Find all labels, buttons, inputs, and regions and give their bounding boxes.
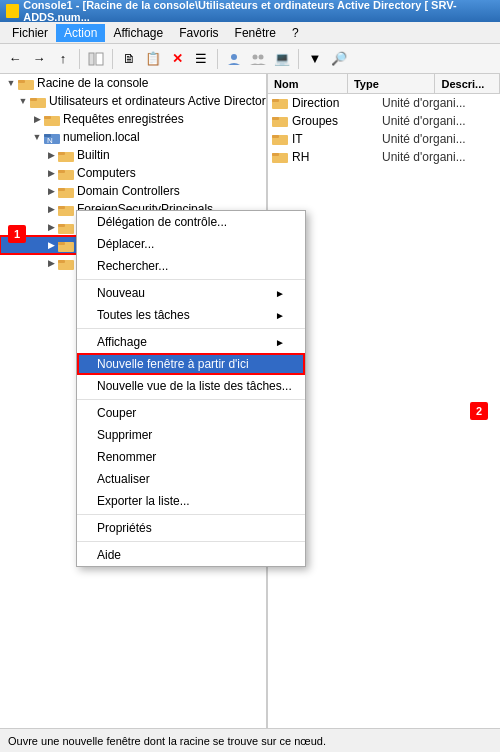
expander-fsp: ▶ (44, 202, 58, 216)
list-item-direction[interactable]: Direction Unité d'organi... (268, 94, 500, 112)
ctx-affichage[interactable]: Affichage ► (77, 331, 305, 353)
list-item-rh[interactable]: RH Unité d'organi... (268, 148, 500, 166)
list-item-groupes[interactable]: Groupes Unité d'organi... (268, 112, 500, 130)
ctx-sep-2 (77, 328, 305, 329)
tree-label-numelion: numelion.local (63, 130, 140, 144)
tree-label-computers: Computers (77, 166, 136, 180)
folder-icon-dc (58, 184, 74, 198)
filter-button[interactable]: ▼ (304, 48, 326, 70)
folder-icon-computers (58, 166, 74, 180)
tree-node-ad[interactable]: ▼ Utilisateurs et ordinateurs Active Dir… (0, 92, 266, 110)
status-text: Ouvre une nouvelle fenêtre dont la racin… (8, 735, 326, 747)
tree-node-dc[interactable]: ▶ Domain Controllers (0, 182, 266, 200)
folder-icon-fsp (58, 202, 74, 216)
ctx-affichage-arrow: ► (275, 337, 285, 348)
folder-icon-numelion: N (44, 130, 60, 144)
tree-node-numelion[interactable]: ▼ N numelion.local (0, 128, 266, 146)
expander-numelion: ▼ (30, 130, 44, 144)
ou-icon-direction (272, 96, 288, 110)
item-name-rh: RH (292, 150, 382, 164)
toolbar-sep-2 (112, 49, 113, 69)
ctx-toutes-label: Toutes les tâches (97, 308, 190, 322)
new-user-button[interactable] (223, 48, 245, 70)
svg-rect-29 (272, 99, 279, 102)
ctx-renommer[interactable]: Renommer (77, 446, 305, 468)
ctx-delegation[interactable]: Délégation de contrôle... (77, 211, 305, 233)
col-descri[interactable]: Descri... (435, 74, 500, 93)
ctx-sep-1 (77, 279, 305, 280)
svg-rect-15 (58, 152, 65, 155)
tree-node-builtin[interactable]: ▶ Builtin (0, 146, 266, 164)
item-name-direction: Direction (292, 96, 382, 110)
ctx-couper[interactable]: Couper (77, 402, 305, 424)
svg-rect-21 (58, 206, 65, 209)
tree-node-computers[interactable]: ▶ Computers (0, 164, 266, 182)
ctx-actualiser[interactable]: Actualiser (77, 468, 305, 490)
svg-rect-17 (58, 170, 65, 173)
badge-1: 1 (8, 225, 26, 243)
delete-button[interactable]: ✕ (166, 48, 188, 70)
ctx-supprimer[interactable]: Supprimer (77, 424, 305, 446)
ctx-sep-4 (77, 514, 305, 515)
ctx-nouvelle-vue[interactable]: Nouvelle vue de la liste des tâches... (77, 375, 305, 397)
ctx-sep-3 (77, 399, 305, 400)
list-header: Nom Type Descri... (268, 74, 500, 94)
menu-favoris[interactable]: Favoris (171, 24, 226, 42)
ctx-sep-5 (77, 541, 305, 542)
ctx-deplacer[interactable]: Déplacer... (77, 233, 305, 255)
paste-button[interactable]: 📋 (142, 48, 164, 70)
tree-label-racine: Racine de la console (37, 76, 148, 90)
ctx-rechercher[interactable]: Rechercher... (77, 255, 305, 277)
item-name-it: IT (292, 132, 382, 146)
context-menu: Délégation de contrôle... Déplacer... Re… (76, 210, 306, 567)
tree-node-racine[interactable]: ▼ Racine de la console (0, 74, 266, 92)
svg-rect-6 (18, 80, 25, 83)
new-group-button[interactable] (247, 48, 269, 70)
ctx-exporter[interactable]: Exporter la liste... (77, 490, 305, 512)
ctx-toutes-taches[interactable]: Toutes les tâches ► (77, 304, 305, 326)
tree-label-dc: Domain Controllers (77, 184, 180, 198)
ctx-proprietes[interactable]: Propriétés (77, 517, 305, 539)
ctx-nouvelle-fenetre[interactable]: Nouvelle fenêtre à partir d'ici (77, 353, 305, 375)
menu-affichage[interactable]: Affichage (105, 24, 171, 42)
folder-icon-racine (18, 76, 34, 90)
copy-button[interactable]: 🗎 (118, 48, 140, 70)
svg-rect-31 (272, 117, 279, 120)
up-button[interactable]: ↑ (52, 48, 74, 70)
svg-rect-23 (58, 224, 65, 227)
svg-rect-10 (44, 116, 51, 119)
badge-2: 2 (470, 402, 488, 420)
properties-button[interactable]: ☰ (190, 48, 212, 70)
svg-text:N: N (47, 136, 53, 144)
show-hide-tree[interactable] (85, 48, 107, 70)
toolbar: ← → ↑ 🗎 📋 ✕ ☰ 💻 ▼ 🔎 (0, 44, 500, 74)
menu-action[interactable]: Action (56, 24, 105, 42)
ctx-nouveau[interactable]: Nouveau ► (77, 282, 305, 304)
expander-msa: ▶ (44, 220, 58, 234)
list-item-it[interactable]: IT Unité d'organi... (268, 130, 500, 148)
ctx-nouveau-arrow: ► (275, 288, 285, 299)
tree-label-ad: Utilisateurs et ordinateurs Active Direc… (49, 94, 268, 108)
folder-icon-use (58, 256, 74, 270)
menu-fenetre[interactable]: Fenêtre (227, 24, 284, 42)
ctx-aide[interactable]: Aide (77, 544, 305, 566)
toolbar-sep-1 (79, 49, 80, 69)
new-computer-button[interactable]: 💻 (271, 48, 293, 70)
item-type-direction: Unité d'organi... (382, 96, 466, 110)
search-button[interactable]: 🔎 (328, 48, 350, 70)
svg-rect-8 (30, 98, 37, 101)
svg-rect-33 (272, 135, 279, 138)
col-type[interactable]: Type (348, 74, 436, 93)
tree-node-requetes[interactable]: ▶ Requêtes enregistrées (0, 110, 266, 128)
toolbar-sep-3 (217, 49, 218, 69)
menu-aide[interactable]: ? (284, 24, 307, 42)
svg-rect-1 (96, 53, 103, 65)
back-button[interactable]: ← (4, 48, 26, 70)
ctx-nouveau-label: Nouveau (97, 286, 145, 300)
svg-rect-35 (272, 153, 279, 156)
col-nom[interactable]: Nom (268, 74, 348, 93)
title-bar: Console1 - [Racine de la console\Utilisa… (0, 0, 500, 22)
forward-button[interactable]: → (28, 48, 50, 70)
menu-fichier[interactable]: Fichier (4, 24, 56, 42)
expander-builtin: ▶ (44, 148, 58, 162)
